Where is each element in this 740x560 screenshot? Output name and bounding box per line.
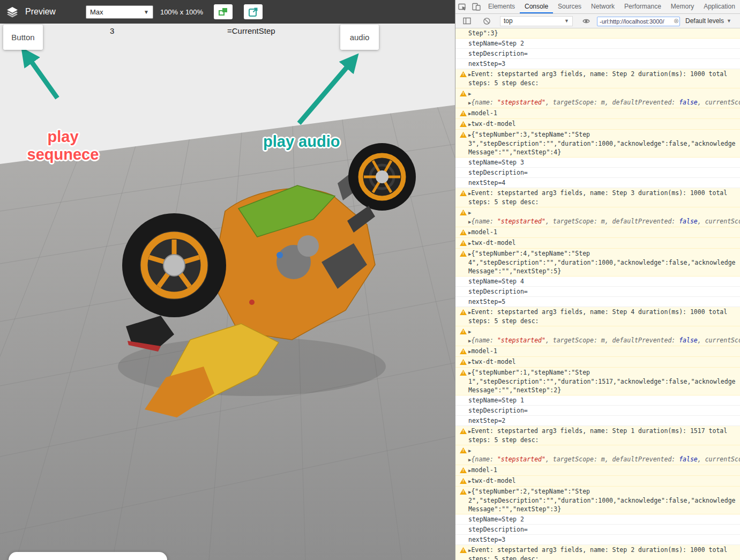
console-warning-row[interactable]: !▶Event: stepstarted arg3 fields, name: … bbox=[455, 426, 740, 445]
console-log-row[interactable]: nextStep=4 bbox=[455, 178, 740, 188]
console-text-segment: false bbox=[679, 456, 698, 463]
console-warning-row[interactable]: !▶{"stepNumber":1,"stepName":"Step 1","s… bbox=[455, 368, 740, 395]
copy-view-button[interactable] bbox=[214, 4, 233, 19]
chevron-down-icon: ▼ bbox=[564, 18, 569, 24]
console-log-row[interactable]: stepDescription= bbox=[455, 525, 740, 535]
console-text-segment: model-1 bbox=[471, 466, 497, 474]
console-warning-row[interactable]: !▶{"stepNumber":4,"stepName":"Step 4","s… bbox=[455, 249, 740, 277]
audio-play-button[interactable]: audio bbox=[340, 25, 379, 50]
tab-elements[interactable]: Elements bbox=[483, 0, 520, 13]
console-warning-row[interactable]: !▶model-1 bbox=[455, 346, 740, 357]
console-warning-row[interactable]: !▶model-1 bbox=[455, 108, 740, 119]
clear-console-button[interactable] bbox=[480, 17, 494, 25]
warning-icon: ! bbox=[460, 467, 467, 473]
console-warning-row[interactable]: !▶ ▶{name: "stepstarted", targetScope: m… bbox=[455, 445, 740, 465]
console-text-segment: twx-dt-model bbox=[471, 477, 515, 484]
console-warning-row[interactable]: !▶{"stepNumber":3,"stepName":"Step 3","s… bbox=[455, 130, 740, 158]
console-warning-row[interactable]: Step":3} bbox=[455, 28, 740, 39]
console-warning-row[interactable]: !▶ ▶{name: "stepstarted", targetScope: m… bbox=[455, 207, 740, 227]
console-warning-row[interactable]: !▶twx-dt-model bbox=[455, 238, 740, 249]
console-log-row[interactable]: nextStep=5 bbox=[455, 297, 740, 307]
console-log-row[interactable]: stepName=Step 4 bbox=[455, 277, 740, 287]
console-text-segment: nextStep=5 bbox=[468, 298, 505, 305]
sequence-play-button[interactable]: Button bbox=[3, 25, 43, 50]
console-log-row[interactable]: stepName=Step 2 bbox=[455, 514, 740, 525]
console-log-row[interactable]: stepName=Step 3 bbox=[455, 158, 740, 168]
console-text-segment: ▶ bbox=[468, 210, 471, 215]
console-log-row[interactable]: stepDescription= bbox=[455, 49, 740, 59]
console-sidebar-button[interactable] bbox=[460, 17, 474, 25]
console-text-segment: stepDescription= bbox=[468, 288, 528, 295]
console-text-segment: false bbox=[679, 99, 698, 106]
console-log-row[interactable]: stepDescription= bbox=[455, 287, 740, 297]
warning-icon: ! bbox=[460, 478, 467, 484]
console-log-row[interactable]: nextStep=3 bbox=[455, 59, 740, 69]
tab-memory[interactable]: Memory bbox=[666, 0, 699, 13]
console-warning-row[interactable]: !▶Event: stepstarted arg3 fields, name: … bbox=[455, 545, 740, 560]
console-warning-row[interactable]: !▶twx-dt-model bbox=[455, 119, 740, 130]
play-sequence-annotation: play sequnece bbox=[16, 128, 110, 163]
console-text-segment: nextStep=4 bbox=[468, 179, 505, 186]
tab-sources[interactable]: Sources bbox=[553, 0, 586, 13]
console-text-segment: stepName=Step 4 bbox=[468, 278, 524, 285]
console-log-row[interactable]: stepDescription= bbox=[455, 406, 740, 416]
console-warning-row[interactable]: !▶twx-dt-model bbox=[455, 476, 740, 487]
live-expression-button[interactable] bbox=[582, 17, 590, 25]
console-messages[interactable]: Step":3}stepName=Step 2stepDescription=n… bbox=[455, 28, 740, 560]
view-size-value: Max bbox=[90, 8, 103, 16]
console-log-row[interactable]: stepDescription= bbox=[455, 168, 740, 178]
console-warning-row[interactable]: !▶Event: stepstarted arg3 fields, name: … bbox=[455, 188, 740, 207]
console-text-segment: , currentScope. bbox=[698, 218, 740, 225]
layers-icon bbox=[6, 6, 18, 18]
console-log-row[interactable]: nextStep=2 bbox=[455, 416, 740, 426]
view-size-select[interactable]: Max ▼ bbox=[86, 5, 153, 19]
console-log-row[interactable]: stepName=Step 2 bbox=[455, 39, 740, 49]
console-text-segment: Event: stepstarted arg3 fields, name: St… bbox=[468, 70, 731, 87]
preview-title: Preview bbox=[25, 7, 56, 17]
external-link-icon bbox=[248, 7, 258, 17]
warning-icon: ! bbox=[460, 121, 467, 127]
scene-canvas bbox=[0, 24, 455, 560]
console-log-row[interactable]: nextStep=3 bbox=[455, 535, 740, 545]
console-warning-row[interactable]: !▶model-1 bbox=[455, 227, 740, 238]
bottom-popup[interactable] bbox=[9, 552, 167, 560]
console-warning-row[interactable]: !▶ ▶{name: "stepstarted", targetScope: m… bbox=[455, 326, 740, 346]
console-text-segment: , currentScope. bbox=[698, 337, 740, 344]
console-text-segment: {"stepNumber":4,"stepName":"Step 4","ste… bbox=[468, 250, 736, 275]
devtools-tab-strip: ElementsConsoleSourcesNetworkPerformance… bbox=[483, 0, 740, 13]
play-sequence-line2: sequnece bbox=[16, 146, 110, 163]
open-external-button[interactable] bbox=[244, 4, 263, 19]
tab-application[interactable]: Application bbox=[699, 0, 740, 13]
warning-icon: ! bbox=[460, 229, 467, 235]
console-text-segment: false bbox=[679, 218, 698, 225]
default-levels-dropdown[interactable]: Default levels ▼ bbox=[685, 17, 731, 25]
chevron-down-icon: ▼ bbox=[144, 9, 149, 15]
tab-performance[interactable]: Performance bbox=[619, 0, 666, 13]
tab-network[interactable]: Network bbox=[586, 0, 619, 13]
console-warning-row[interactable]: !▶ ▶{name: "stepstarted", targetScope: m… bbox=[455, 88, 740, 108]
warning-icon: ! bbox=[460, 210, 467, 215]
execution-context-select[interactable]: top ▼ bbox=[500, 16, 573, 26]
console-warning-row[interactable]: !▶{"stepNumber":2,"stepName":"Step 2","s… bbox=[455, 487, 740, 514]
console-text-segment: ▶ bbox=[468, 329, 471, 334]
tab-console[interactable]: Console bbox=[520, 0, 553, 13]
console-log-row[interactable]: stepName=Step 1 bbox=[455, 395, 740, 406]
console-text-segment: {name: bbox=[471, 337, 497, 344]
warning-icon: ! bbox=[460, 132, 467, 138]
console-warning-row[interactable]: !▶twx-dt-model bbox=[455, 357, 740, 368]
sequence-play-button-label: Button bbox=[11, 33, 34, 42]
console-warning-row[interactable]: !▶Event: stepstarted arg3 fields, name: … bbox=[455, 307, 740, 326]
console-warning-row[interactable]: !▶Event: stepstarted arg3 fields, name: … bbox=[455, 69, 740, 88]
device-toolbar-button[interactable] bbox=[469, 0, 483, 13]
console-text-segment: stepDescription= bbox=[468, 169, 528, 176]
play-sequence-line1: play bbox=[16, 128, 110, 146]
chevron-down-icon: ▼ bbox=[727, 18, 731, 24]
inspect-element-button[interactable] bbox=[455, 0, 469, 13]
filter-clear-icon[interactable]: ⊗ bbox=[674, 17, 679, 25]
device-toolbar-icon bbox=[472, 3, 481, 11]
scene-3d-viewport[interactable] bbox=[0, 24, 455, 560]
current-step-binding-label: =CurrentStep bbox=[227, 26, 275, 36]
console-filter-input[interactable] bbox=[597, 17, 680, 26]
warning-icon: ! bbox=[460, 110, 467, 116]
console-warning-row[interactable]: !▶model-1 bbox=[455, 465, 740, 476]
